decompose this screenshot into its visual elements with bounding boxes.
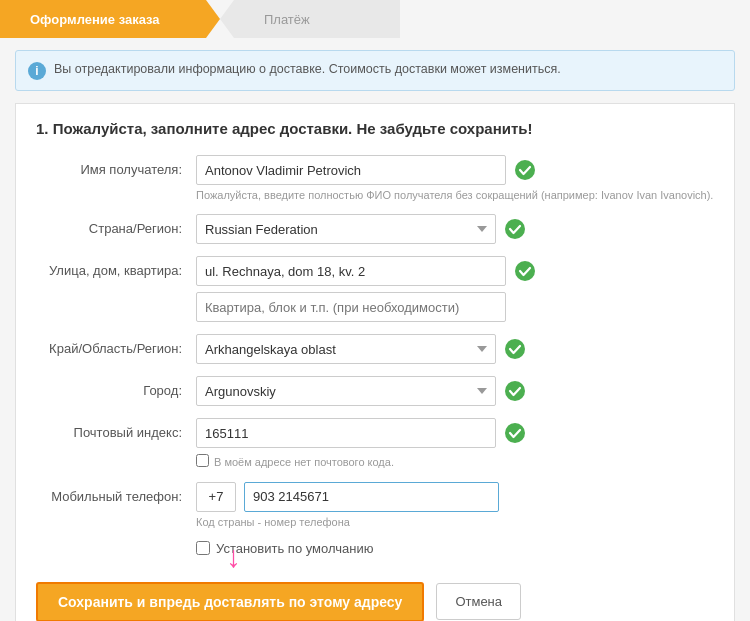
postcode-check-icon (504, 422, 526, 444)
cancel-button[interactable]: Отмена (436, 583, 521, 620)
svg-point-1 (505, 219, 525, 239)
name-input[interactable] (196, 155, 506, 185)
apt-input[interactable] (196, 292, 506, 322)
tabs-bar: Оформление заказа Платёж (0, 0, 750, 38)
postcode-row: Почтовый индекс: В моём адресе нет почто… (36, 418, 714, 469)
country-select[interactable]: Russian Federation (196, 214, 496, 244)
name-input-row (196, 155, 714, 185)
street-row: Улица, дом, квартира: (36, 256, 714, 322)
info-text: Вы отредактировали информацию о доставке… (54, 61, 561, 79)
svg-point-0 (515, 160, 535, 180)
svg-point-2 (515, 261, 535, 281)
phone-prefix-input[interactable] (196, 482, 236, 512)
name-label: Имя получателя: (36, 155, 196, 177)
name-hint: Пожалуйста, введите полностью ФИО получа… (196, 188, 714, 202)
city-check-icon (504, 380, 526, 402)
phone-number-input[interactable] (244, 482, 499, 512)
street-field (196, 256, 714, 322)
country-row: Страна/Регион: Russian Federation (36, 214, 714, 244)
region-field: Arkhangelskaya oblast (196, 334, 714, 364)
svg-point-5 (505, 423, 525, 443)
postcode-label: Почтовый индекс: (36, 418, 196, 440)
region-select[interactable]: Arkhangelskaya oblast (196, 334, 496, 364)
tab-checkout[interactable]: Оформление заказа (0, 0, 220, 38)
country-check-icon (504, 218, 526, 240)
city-field: Argunovskiy (196, 376, 714, 406)
city-select[interactable]: Argunovskiy (196, 376, 496, 406)
street-input-row (196, 256, 714, 286)
region-label: Край/Область/Регион: (36, 334, 196, 356)
buttons-area: Сохранить и впредь доставлять по этому а… (36, 572, 714, 621)
tab-payment-label: Платёж (264, 12, 310, 27)
country-label: Страна/Регион: (36, 214, 196, 236)
region-row: Край/Область/Регион: Arkhangelskaya obla… (36, 334, 714, 364)
phone-field: Код страны - номер телефона (196, 482, 714, 529)
section-title: 1. Пожалуйста, заполните адрес доставки.… (36, 120, 714, 137)
default-checkbox[interactable] (196, 541, 210, 555)
street-check-icon (514, 260, 536, 282)
street-label: Улица, дом, квартира: (36, 256, 196, 278)
name-check-icon (514, 159, 536, 181)
no-postcode-label: В моём адресе нет почтового кода. (214, 455, 394, 469)
info-banner: i Вы отредактировали информацию о достав… (15, 50, 735, 91)
city-row: Город: Argunovskiy (36, 376, 714, 406)
svg-point-4 (505, 381, 525, 401)
region-input-row: Arkhangelskaya oblast (196, 334, 714, 364)
postcode-field: В моём адресе нет почтового кода. (196, 418, 714, 469)
country-input-row: Russian Federation (196, 214, 714, 244)
default-checkbox-label: Установить по умолчанию (216, 541, 373, 556)
main-content: 1. Пожалуйста, заполните адрес доставки.… (15, 103, 735, 621)
default-address-row: Установить по умолчанию (196, 541, 714, 556)
info-icon: i (28, 62, 46, 80)
svg-point-3 (505, 339, 525, 359)
tab-checkout-label: Оформление заказа (30, 12, 160, 27)
name-field: Пожалуйста, введите полностью ФИО получа… (196, 155, 714, 202)
save-button[interactable]: Сохранить и впредь доставлять по этому а… (36, 582, 424, 621)
phone-label: Мобильный телефон: (36, 482, 196, 504)
phone-row: Мобильный телефон: Код страны - номер те… (36, 482, 714, 529)
tab-payment[interactable]: Платёж (220, 0, 400, 38)
phone-hint: Код страны - номер телефона (196, 515, 714, 529)
city-input-row: Argunovskiy (196, 376, 714, 406)
region-check-icon (504, 338, 526, 360)
street-input[interactable] (196, 256, 506, 286)
city-label: Город: (36, 376, 196, 398)
postcode-input-row (196, 418, 714, 448)
country-field: Russian Federation (196, 214, 714, 244)
name-row: Имя получателя: Пожалуйста, введите полн… (36, 155, 714, 202)
postcode-input[interactable] (196, 418, 496, 448)
buttons-container: ↓ Сохранить и впредь доставлять по этому… (36, 572, 714, 621)
no-postcode-checkbox[interactable] (196, 454, 209, 467)
phone-input-row (196, 482, 714, 512)
